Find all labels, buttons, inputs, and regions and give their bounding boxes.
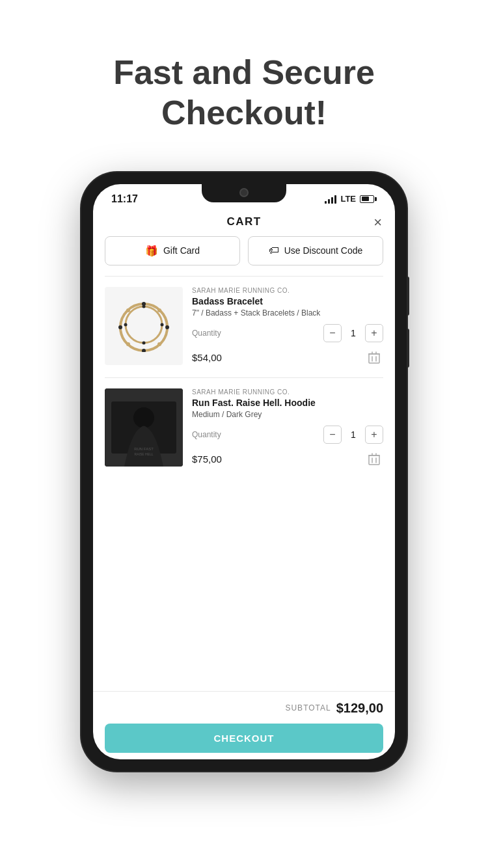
phone-mockup: 11:17 LTE CART ×	[81, 172, 407, 771]
phone-screen: 11:17 LTE CART ×	[93, 184, 395, 759]
item-image-hoodie: RUN FAST RAISE HELL	[105, 388, 183, 467]
discount-icon: 🏷	[269, 245, 279, 256]
cart-title: CART	[226, 215, 261, 228]
page-title: Fast and Secure Checkout!	[55, 52, 433, 133]
item-image-bracelet	[105, 287, 183, 365]
subtotal-amount: $129,00	[336, 701, 383, 716]
cart-item: SARAH MARIE RUNNING CO. Badass Bracelet …	[105, 276, 383, 377]
network-label: LTE	[340, 194, 356, 204]
action-buttons: 🎁 Gift Card 🏷 Use Discount Code	[93, 236, 395, 276]
signal-icon	[325, 195, 336, 204]
cart-header: CART ×	[93, 209, 395, 236]
gift-card-button[interactable]: 🎁 Gift Card	[105, 236, 240, 265]
discount-code-button[interactable]: 🏷 Use Discount Code	[248, 236, 383, 265]
item-price: $75,00	[192, 454, 222, 465]
checkout-button[interactable]: CHECKOUT	[105, 724, 383, 753]
svg-point-5	[142, 349, 146, 352]
quantity-label: Quantity	[192, 430, 221, 439]
status-time: 11:17	[111, 193, 138, 205]
quantity-value: 1	[348, 429, 359, 440]
delete-item-button[interactable]	[365, 450, 383, 468]
cart-items-list: SARAH MARIE RUNNING CO. Badass Bracelet …	[93, 276, 395, 691]
item-name: Run Fast. Raise Hell. Hoodie	[192, 398, 383, 408]
svg-point-3	[118, 325, 122, 329]
item-price-row: $54,00	[192, 349, 383, 367]
quantity-decrease-button[interactable]: −	[323, 324, 342, 342]
quantity-row: Quantity − 1 +	[192, 426, 383, 444]
svg-point-10	[161, 323, 164, 326]
cart-footer: SUBTOTAL $129,00 CHECKOUT	[93, 691, 395, 759]
svg-point-11	[124, 323, 128, 326]
phone-camera	[239, 188, 249, 197]
cart-item: RUN FAST RAISE HELL SARAH MARIE RUNNING …	[105, 377, 383, 479]
phone-side-button-2	[407, 329, 409, 368]
quantity-increase-button[interactable]: +	[365, 426, 383, 444]
gift-icon: 🎁	[145, 245, 158, 257]
svg-text:RUN FAST: RUN FAST	[134, 447, 154, 451]
phone-side-button-1	[407, 277, 409, 316]
quantity-label: Quantity	[192, 329, 221, 338]
item-name: Badass Bracelet	[192, 296, 383, 306]
item-variant: 7" / Badass + Stack Bracelets / Black	[192, 308, 383, 318]
quantity-controls: − 1 +	[323, 324, 383, 342]
svg-rect-14	[369, 354, 379, 363]
item-details: SARAH MARIE RUNNING CO. Run Fast. Raise …	[192, 388, 383, 468]
quantity-increase-button[interactable]: +	[365, 324, 383, 342]
battery-icon	[360, 195, 377, 203]
svg-point-8	[157, 342, 161, 346]
svg-text:RAISE HELL: RAISE HELL	[135, 452, 154, 456]
status-icons: LTE	[325, 194, 377, 204]
svg-point-12	[142, 305, 146, 308]
svg-point-1	[126, 306, 162, 343]
quantity-controls: − 1 +	[323, 426, 383, 444]
gift-card-label: Gift Card	[163, 245, 200, 256]
quantity-row: Quantity − 1 +	[192, 324, 383, 342]
close-button[interactable]: ×	[373, 215, 382, 230]
svg-point-6	[157, 308, 161, 312]
item-price: $54,00	[192, 352, 222, 363]
delete-item-button[interactable]	[365, 349, 383, 367]
item-variant: Medium / Dark Grey	[192, 410, 383, 419]
subtotal-row: SUBTOTAL $129,00	[105, 701, 383, 716]
svg-point-9	[126, 342, 130, 346]
item-brand: SARAH MARIE RUNNING CO.	[192, 388, 383, 396]
subtotal-label: SUBTOTAL	[285, 703, 331, 712]
item-price-row: $75,00	[192, 450, 383, 468]
svg-point-7	[126, 308, 130, 312]
quantity-decrease-button[interactable]: −	[323, 426, 342, 444]
svg-point-2	[165, 325, 169, 329]
item-brand: SARAH MARIE RUNNING CO.	[192, 287, 383, 294]
quantity-value: 1	[348, 328, 359, 338]
hoodie-image-art: RUN FAST RAISE HELL	[105, 388, 183, 467]
svg-point-22	[133, 407, 154, 428]
item-details: SARAH MARIE RUNNING CO. Badass Bracelet …	[192, 287, 383, 367]
svg-rect-25	[369, 455, 379, 465]
discount-label: Use Discount Code	[284, 245, 363, 256]
svg-point-13	[142, 341, 146, 344]
